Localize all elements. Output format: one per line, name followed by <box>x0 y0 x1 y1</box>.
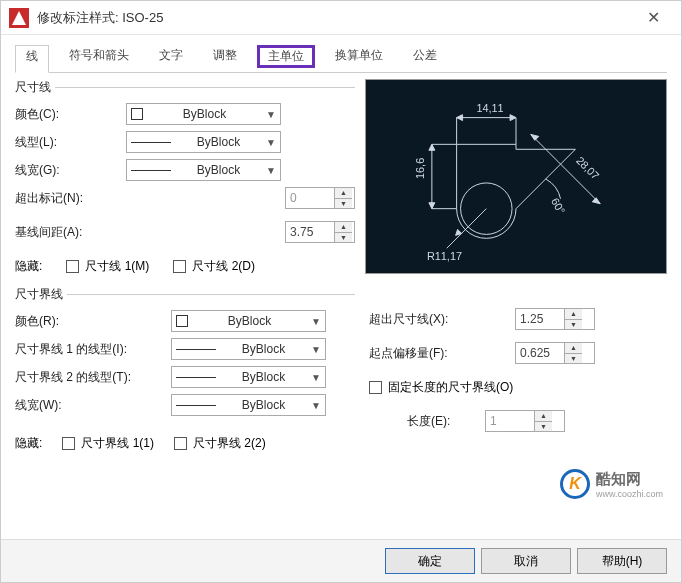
tab-text[interactable]: 文字 <box>149 45 193 68</box>
linetype-preview-icon <box>176 349 216 350</box>
extend-spinner[interactable]: ▲ ▼ <box>285 187 355 209</box>
extend-label: 超出标记(N): <box>15 190 120 207</box>
spin-up-icon[interactable]: ▲ <box>535 411 552 422</box>
extend-beyond-input[interactable] <box>516 309 564 329</box>
app-icon <box>9 8 29 28</box>
spin-down-icon[interactable]: ▼ <box>335 199 352 209</box>
ext-lt1-value: ByBlock <box>222 342 305 356</box>
chevron-down-icon: ▼ <box>266 137 276 148</box>
upper-area: 尺寸线 颜色(C): ByBlock ▼ 线型(L): By <box>15 79 667 286</box>
hide-dimline1-checkbox[interactable]: 尺寸线 1(M) <box>66 258 149 275</box>
fixed-length-checkbox[interactable]: 固定长度的尺寸界线(O) <box>369 379 513 396</box>
spin-down-icon[interactable]: ▼ <box>335 233 352 243</box>
tab-lines[interactable]: 线 <box>15 45 49 73</box>
extend-beyond-label: 超出尺寸线(X): <box>369 311 509 328</box>
tab-primary-units[interactable]: 主单位 <box>257 45 315 68</box>
offset-origin-input[interactable] <box>516 343 564 363</box>
chevron-down-icon: ▼ <box>311 316 321 327</box>
ext-color-combo[interactable]: ByBlock ▼ <box>171 310 326 332</box>
hide-ext1-label: 尺寸界线 1(1) <box>81 435 154 452</box>
baseline-spinner[interactable]: ▲ ▼ <box>285 221 355 243</box>
spin-up-icon[interactable]: ▲ <box>565 309 582 320</box>
checkbox-icon <box>369 381 382 394</box>
ext-color-value: ByBlock <box>194 314 305 328</box>
hide-ext1-checkbox[interactable]: 尺寸界线 1(1) <box>62 435 154 452</box>
dimension-line-group: 尺寸线 颜色(C): ByBlock ▼ 线型(L): By <box>15 79 355 282</box>
spin-down-icon[interactable]: ▼ <box>535 422 552 432</box>
checkbox-icon <box>173 260 186 273</box>
hide-dimline2-checkbox[interactable]: 尺寸线 2(D) <box>173 258 255 275</box>
hide-label: 隐藏: <box>15 258 42 275</box>
ext-lw-value: ByBlock <box>222 398 305 412</box>
ext-lt2-value: ByBlock <box>222 370 305 384</box>
ext-color-label: 颜色(R): <box>15 313 165 330</box>
length-spinner[interactable]: ▲ ▼ <box>485 410 565 432</box>
color-value: ByBlock <box>149 107 260 121</box>
titlebar: 修改标注样式: ISO-25 ✕ <box>1 1 681 35</box>
dimension-line-legend: 尺寸线 <box>15 79 55 96</box>
offset-origin-spinner[interactable]: ▲ ▼ <box>515 342 595 364</box>
ext-lt2-combo[interactable]: ByBlock ▼ <box>171 366 326 388</box>
close-button[interactable]: ✕ <box>633 3 673 33</box>
hide-ext2-label: 尺寸界线 2(2) <box>193 435 266 452</box>
chevron-down-icon: ▼ <box>266 165 276 176</box>
length-input <box>486 411 534 431</box>
spin-up-icon[interactable]: ▲ <box>335 222 352 233</box>
dialog-window: 修改标注样式: ISO-25 ✕ 线 符号和箭头 文字 调整 主单位 换算单位 … <box>0 0 682 583</box>
preview-dim-angle: 60° <box>549 196 568 216</box>
linetype-combo[interactable]: ByBlock ▼ <box>126 131 281 153</box>
cancel-button[interactable]: 取消 <box>481 548 571 574</box>
hide-dimline2-label: 尺寸线 2(D) <box>192 258 255 275</box>
tab-alt-units[interactable]: 换算单位 <box>325 45 393 68</box>
chevron-down-icon: ▼ <box>266 109 276 120</box>
ext-hide-label: 隐藏: <box>15 435 42 452</box>
svg-line-8 <box>447 209 487 249</box>
checkbox-icon <box>174 437 187 450</box>
chevron-down-icon: ▼ <box>311 400 321 411</box>
ext-lw-combo[interactable]: ByBlock ▼ <box>171 394 326 416</box>
length-label: 长度(E): <box>369 413 479 430</box>
spin-up-icon[interactable]: ▲ <box>565 343 582 354</box>
hide-dimline1-label: 尺寸线 1(M) <box>85 258 149 275</box>
spin-up-icon[interactable]: ▲ <box>335 188 352 199</box>
ext-lt1-combo[interactable]: ByBlock ▼ <box>171 338 326 360</box>
color-swatch-icon <box>131 108 143 120</box>
content-area: 线 符号和箭头 文字 调整 主单位 换算单位 公差 尺寸线 颜色(C): ByB… <box>1 35 681 539</box>
color-swatch-icon <box>176 315 188 327</box>
color-label: 颜色(C): <box>15 106 120 123</box>
chevron-down-icon: ▼ <box>311 344 321 355</box>
preview-panel: 14,11 16,6 28,07 R11,17 60° <box>365 79 667 274</box>
ok-button[interactable]: 确定 <box>385 548 475 574</box>
extension-line-legend: 尺寸界线 <box>15 286 67 303</box>
lineweight-combo[interactable]: ByBlock ▼ <box>126 159 281 181</box>
preview-dim-diag: 28,07 <box>574 154 602 182</box>
preview-dim-top: 14,11 <box>476 102 503 114</box>
linetype-preview-icon <box>131 142 171 143</box>
extension-line-group: 尺寸界线 颜色(R): ByBlock ▼ 尺寸界线 1 的线型(I): <box>15 286 355 459</box>
linetype-label: 线型(L): <box>15 134 120 151</box>
window-title: 修改标注样式: ISO-25 <box>37 9 633 27</box>
preview-dim-radius: R11,17 <box>427 250 462 262</box>
ext-lt2-label: 尺寸界线 2 的线型(T): <box>15 369 165 386</box>
watermark-icon: K <box>560 469 590 499</box>
spin-down-icon[interactable]: ▼ <box>565 354 582 364</box>
tab-row: 线 符号和箭头 文字 调整 主单位 换算单位 公差 <box>15 45 667 73</box>
ext-lt1-label: 尺寸界线 1 的线型(I): <box>15 341 165 358</box>
extend-beyond-spinner[interactable]: ▲ ▼ <box>515 308 595 330</box>
linetype-value: ByBlock <box>177 135 260 149</box>
tab-symbols[interactable]: 符号和箭头 <box>59 45 139 68</box>
chevron-down-icon: ▼ <box>311 372 321 383</box>
baseline-input[interactable] <box>286 222 334 242</box>
tab-tolerance[interactable]: 公差 <box>403 45 447 68</box>
color-combo[interactable]: ByBlock ▼ <box>126 103 281 125</box>
checkbox-icon <box>66 260 79 273</box>
tab-fit[interactable]: 调整 <box>203 45 247 68</box>
checkbox-icon <box>62 437 75 450</box>
spin-down-icon[interactable]: ▼ <box>565 320 582 330</box>
lineweight-value: ByBlock <box>177 163 260 177</box>
watermark: K 酷知网 www.coozhi.com <box>560 469 663 499</box>
preview-dim-left: 16,6 <box>414 158 426 179</box>
help-button[interactable]: 帮助(H) <box>577 548 667 574</box>
fixed-length-label: 固定长度的尺寸界线(O) <box>388 379 513 396</box>
hide-ext2-checkbox[interactable]: 尺寸界线 2(2) <box>174 435 266 452</box>
